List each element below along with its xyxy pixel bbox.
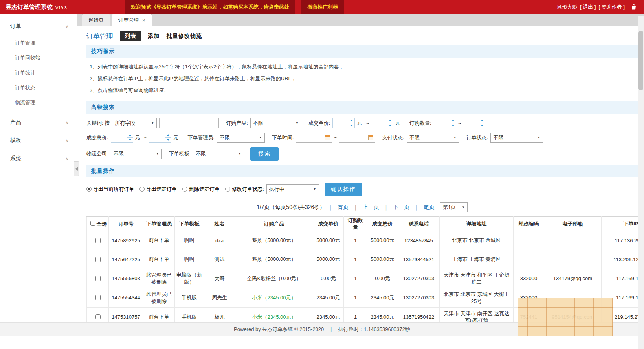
main-area: 起始页 订单管理 × 订单管理 列表 添加 批量修改物流 技巧提示 1、列表中的… — [77, 14, 644, 322]
pagination-info: 1/7页（每页50条/共326条） — [257, 204, 325, 211]
cell-template: 手机版 — [175, 307, 204, 322]
pagination-next[interactable]: 下一页 — [393, 204, 409, 211]
sidebar-item-order-management[interactable]: 订单管理 — [0, 35, 77, 50]
total-max-spinner[interactable] — [149, 133, 171, 143]
pagination-last[interactable]: 尾页 — [424, 204, 435, 211]
yuan-label: 元 — [135, 134, 140, 141]
sponsor-link[interactable]: [ 赞助作者 ] — [599, 4, 625, 11]
spinner-up-icon[interactable] — [450, 118, 456, 123]
row-checkbox[interactable] — [95, 295, 101, 300]
sidebar-item-order-stats[interactable]: 订单统计 — [0, 65, 77, 80]
total-min-spinner[interactable] — [111, 133, 133, 143]
order-template-select[interactable]: 不限 ▼ — [193, 149, 244, 159]
vertical-scrollbar[interactable] — [638, 16, 644, 349]
cell-product[interactable]: 小米（2345.00元） — [235, 307, 313, 322]
search-row-2: 成交总价: 元 ~ 元 下单管理员: 不限 ▼ — [86, 133, 638, 143]
row-checkbox[interactable] — [95, 238, 101, 243]
cell-qty: 1 — [344, 250, 367, 269]
batch-option-change-status[interactable]: 修改订单状态: — [225, 186, 264, 193]
batch-option-label: 删除选定订单 — [189, 186, 220, 193]
page-select[interactable]: 第1页 ▼ — [440, 202, 468, 212]
pagination-prev[interactable]: 上一页 — [363, 204, 379, 211]
view-tab-add[interactable]: 添加 — [148, 33, 160, 40]
logout-link[interactable]: [ 退出 ] — [580, 4, 596, 11]
batch-option-delete-selected[interactable]: 删除选定订单 — [182, 186, 220, 193]
calendar-icon[interactable] — [325, 135, 330, 140]
sidebar-group-label: 产品 — [10, 119, 21, 126]
promo-banner[interactable]: 微商推广利器 — [301, 0, 344, 14]
close-icon[interactable]: × — [142, 17, 145, 23]
keyword-field-select[interactable]: 所有字段 ▼ — [112, 118, 157, 128]
spinner-down-icon[interactable] — [349, 123, 354, 128]
username: 风形火影 — [557, 4, 577, 11]
spinner-up-icon[interactable] — [165, 133, 171, 138]
product-select[interactable]: 不限 ▼ — [250, 118, 301, 128]
row-checkbox[interactable] — [95, 257, 101, 262]
unit-price-min-spinner[interactable] — [332, 118, 355, 128]
user-area: 风形火影 [ 退出 ] [ 赞助作者 ] — [557, 0, 644, 14]
sidebar-collapse-handle[interactable] — [74, 161, 79, 176]
qty-min-spinner[interactable] — [434, 118, 456, 128]
keyword-input[interactable] — [159, 118, 219, 128]
logistics-select[interactable]: 不限 ▼ — [111, 149, 162, 159]
view-tab-list[interactable]: 列表 — [120, 31, 141, 41]
qty-max-spinner[interactable] — [463, 118, 485, 128]
tab-start-page[interactable]: 起始页 — [82, 14, 110, 26]
sidebar-item-order-recycle[interactable]: 订单回收站 — [0, 50, 77, 65]
tab-order-management[interactable]: 订单管理 × — [112, 14, 152, 26]
batch-status-select[interactable]: 执行中 ▼ — [266, 184, 319, 194]
batch-option-label: 导出选定订单 — [146, 186, 177, 193]
cell-address: 天津市 天津市 和平区 王企鹅群二 — [440, 269, 514, 288]
spinner-up-icon[interactable] — [127, 133, 133, 138]
app-title: 昱杰订单管理系统 — [6, 4, 53, 11]
header-template: 下单模板 — [175, 216, 204, 231]
sidebar-item-logistics[interactable]: 物流管理 — [0, 95, 77, 110]
sidebar-group-order[interactable]: 订单 ∧ — [0, 17, 77, 35]
tips-section-title: 技巧提示 — [86, 45, 638, 58]
admin-select[interactable]: 不限 ▼ — [217, 133, 265, 143]
row-checkbox[interactable] — [95, 276, 101, 281]
order-status-select[interactable]: 不限 ▼ — [490, 133, 543, 143]
chevron-up-icon: ∧ — [66, 24, 69, 29]
view-tab-batch-logistics[interactable]: 批量修改物流 — [167, 33, 202, 40]
row-checkbox[interactable] — [95, 314, 101, 319]
sidebar-item-order-status[interactable]: 订单状态 — [0, 80, 77, 95]
calendar-icon[interactable] — [368, 135, 373, 140]
spinner-down-icon[interactable] — [387, 123, 393, 128]
cell-product[interactable]: 魅族（5000.00元） — [235, 231, 313, 250]
pay-status-select[interactable]: 不限 ▼ — [407, 133, 459, 143]
header-zip: 邮政编码 — [514, 216, 544, 231]
spinner-down-icon[interactable] — [127, 137, 133, 142]
batch-option-export-all[interactable]: 导出当前所有订单 — [86, 186, 134, 193]
select-all-checkbox[interactable] — [90, 221, 95, 226]
search-row-1: 关键词: 按 所有字段 ▼ 订购产品: 不限 ▼ 成交单价: — [86, 118, 638, 128]
unit-price-max-spinner[interactable] — [371, 118, 393, 128]
cell-product[interactable]: 魅族（5000.00元） — [235, 250, 313, 269]
sidebar-group-product[interactable]: 产品 ∨ — [0, 113, 77, 131]
order-time-start-input[interactable] — [296, 133, 332, 143]
spinner-up-icon[interactable] — [479, 118, 485, 123]
yuan-label: 元 — [357, 120, 362, 127]
select-value: 不限 — [253, 120, 263, 127]
spinner-up-icon[interactable] — [349, 118, 354, 123]
cell-order-no: 1475310757 — [109, 307, 143, 322]
caret-down-icon: ▼ — [295, 121, 299, 125]
search-button[interactable]: 搜索 — [250, 147, 279, 161]
confirm-operation-button[interactable]: 确认操作 — [325, 183, 362, 196]
cell-unit-price: 2345.00元 — [313, 288, 344, 307]
spinner-up-icon[interactable] — [387, 118, 393, 123]
notice-banner[interactable]: 欢迎预览《昱杰订单管理系统》演示站，如需购买本系统，请点击此处 — [125, 0, 295, 14]
order-time-end-input[interactable] — [339, 133, 375, 143]
cell-product[interactable]: 全民K歌粉丝（0.00元） — [235, 269, 313, 288]
spinner-down-icon[interactable] — [165, 137, 171, 142]
vertical-scrollbar-thumb[interactable] — [638, 31, 643, 90]
sidebar-group-template[interactable]: 模板 ∨ — [0, 131, 77, 150]
pagination-first[interactable]: 首页 — [338, 204, 349, 211]
spinner-down-icon[interactable] — [479, 123, 485, 128]
cell-product[interactable]: 小米（2345.00元） — [235, 288, 313, 307]
sidebar-group-system[interactable]: 系统 ∨ — [0, 150, 77, 168]
batch-option-export-selected[interactable]: 导出选定订单 — [139, 186, 177, 193]
pagination-separator: ｜ — [328, 204, 333, 211]
cart-icon[interactable] — [631, 4, 637, 10]
spinner-down-icon[interactable] — [450, 123, 456, 128]
